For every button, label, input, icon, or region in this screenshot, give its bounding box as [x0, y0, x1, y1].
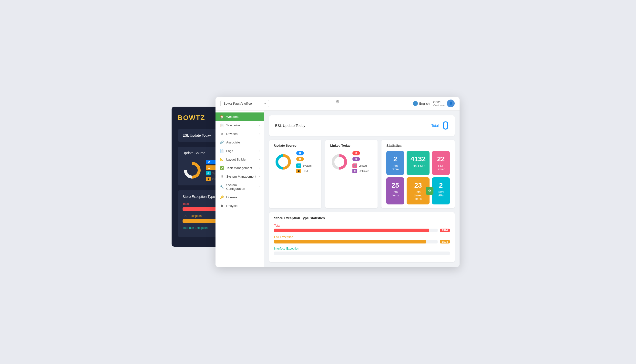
- language-label: English: [419, 102, 430, 106]
- total-store-value: 2: [390, 155, 400, 163]
- sidebar-label-devices: Devices: [226, 132, 237, 136]
- total-linked-items-label: Total Linked Items: [410, 190, 426, 200]
- bar-total: Total 1524: [274, 224, 450, 232]
- chevron-right-icon: ›: [259, 158, 260, 161]
- store-name: Bowtz Paula's office: [224, 102, 252, 106]
- associate-icon: 🔗: [220, 140, 224, 144]
- linked-count-badge: 0: [352, 151, 360, 156]
- esl-today-right: Total 0: [431, 120, 449, 132]
- gear-button[interactable]: ⚙: [426, 187, 433, 195]
- esl-linked-label: ESL Linked: [436, 164, 446, 171]
- store-selector[interactable]: Bowtz Paula's office ▾: [220, 100, 269, 107]
- stat-total-aps[interactable]: 2 Total APs: [432, 177, 450, 205]
- top-bar-right: English C001 Customer 👤: [413, 100, 455, 107]
- main-layout: 🏠 Welcome 📋 Scenarios › 🖥 Devices › 🔗 As…: [216, 110, 459, 267]
- total-esls-label: Total ESLs: [410, 164, 426, 168]
- recycle-icon: 🗑: [220, 204, 224, 208]
- bar-esl-label: ESL Exception: [274, 236, 450, 239]
- sidebar-item-logs[interactable]: 📄 Logs ›: [216, 146, 264, 155]
- sidebar-item-welcome[interactable]: 🏠 Welcome: [216, 112, 264, 121]
- sidebar-label-system-configuration: System Configuration: [226, 183, 257, 190]
- home-icon: 🏠: [220, 115, 224, 118]
- sidebar: 🏠 Welcome 📋 Scenarios › 🖥 Devices › 🔗 As…: [216, 110, 264, 267]
- settings-icon-top[interactable]: ⚙: [335, 99, 340, 105]
- layout-icon: 📐: [220, 158, 224, 161]
- linked-today-donut: [330, 153, 348, 171]
- esl-today-card: ESL Update Today Total 0: [269, 116, 455, 136]
- top-bar: ⚙ Bowtz Paula's office ▾ English C001 Cu…: [216, 97, 459, 110]
- sidebar-item-scenarios[interactable]: 📋 Scenarios ›: [216, 121, 264, 130]
- stat-esl-linked[interactable]: 22 ESL Linked: [432, 151, 450, 175]
- bar-esl-exception: ESL Exception 1524: [274, 236, 450, 244]
- avatar[interactable]: 👤: [447, 100, 455, 107]
- language-selector[interactable]: English: [413, 101, 430, 106]
- bar-interface-exception: Interface Exception: [274, 247, 450, 255]
- stat-total-store[interactable]: 2 Total Store: [386, 151, 404, 175]
- user-info: C001 Customer 👤: [433, 100, 455, 107]
- unlinked-count-badge: 0: [352, 157, 360, 161]
- sidebar-item-layout-builder[interactable]: 📐 Layout Builder ›: [216, 155, 264, 164]
- exception-title: Store Exception Type Statistics: [274, 216, 450, 220]
- chevron-right-icon: ›: [259, 124, 260, 126]
- unlinked-icon-box: ⛓: [352, 169, 357, 173]
- statistics-grid: 2 Total Store 4132 Total ESLs 22 ESL Lin…: [386, 151, 450, 204]
- linked-today-card: Linked Today 0 0: [325, 140, 378, 208]
- update-source-content: 0 0 ⚙ System 📱: [274, 151, 317, 173]
- exception-section: Store Exception Type Statistics Total 15…: [269, 212, 455, 262]
- bar-interface-label: Interface Exception: [274, 247, 450, 250]
- dark-donut-chart: [183, 160, 202, 180]
- config-icon: 🔧: [220, 185, 224, 188]
- stat-total-items[interactable]: 25 Total Items: [386, 177, 404, 205]
- total-aps-value: 2: [436, 181, 446, 190]
- flag-icon: [413, 101, 418, 106]
- unlinked-label-row: ⛓ Unlinked: [352, 169, 369, 173]
- esl-total-label: Total: [431, 124, 439, 128]
- logs-icon: 📄: [220, 149, 224, 153]
- system-label-row: ⚙ System: [296, 164, 312, 168]
- sidebar-label-task-management: Task Management: [226, 166, 252, 170]
- system-mgmt-icon: ⚙: [220, 175, 224, 178]
- main-window: ⚙ Bowtz Paula's office ▾ English C001 Cu…: [216, 97, 459, 267]
- bar-esl-value: 1524: [440, 240, 450, 244]
- sidebar-item-task-management[interactable]: ✅ Task Management ›: [216, 164, 264, 172]
- chevron-right-icon: ›: [259, 132, 260, 135]
- linked-label-row: 🔗 Linked: [352, 164, 369, 168]
- total-aps-label: Total APs: [436, 190, 446, 197]
- main-content: ESL Update Today Total 0 Update Source: [264, 110, 459, 267]
- chevron-right-icon: ›: [259, 167, 260, 169]
- sidebar-item-system-configuration[interactable]: 🔧 System Configuration ›: [216, 181, 264, 193]
- sidebar-item-associate[interactable]: 🔗 Associate: [216, 138, 264, 146]
- sidebar-label-recycle: Recycle: [226, 204, 237, 208]
- sidebar-label-logs: Logs: [226, 149, 233, 153]
- sidebar-item-devices[interactable]: 🖥 Devices ›: [216, 130, 264, 138]
- dark-pda-icon: 📱: [206, 177, 211, 181]
- update-source-donut: [274, 153, 292, 171]
- total-items-value: 25: [390, 181, 400, 190]
- update-source-card: Update Source 0: [269, 140, 321, 208]
- system-count-badge: 0: [296, 151, 304, 156]
- sidebar-item-system-management[interactable]: ⚙ System Management ›: [216, 172, 264, 181]
- total-items-label: Total Items: [390, 190, 400, 197]
- pda-count-badge: 0: [296, 157, 304, 161]
- statistics-title: Statistics: [386, 144, 450, 148]
- sidebar-label-license: License: [226, 196, 237, 199]
- linked-today-title: Linked Today: [330, 144, 373, 147]
- update-source-legend: 0 0 ⚙ System 📱: [296, 151, 312, 173]
- bar-total-label: Total: [274, 224, 450, 228]
- esl-today-label: ESL Update Today: [275, 124, 305, 128]
- sidebar-item-recycle[interactable]: 🗑 Recycle: [216, 202, 264, 210]
- linked-today-content: 0 0 🔗 Linked ⛓: [330, 151, 373, 173]
- update-source-title: Update Source: [274, 144, 317, 147]
- stat-total-linked-items[interactable]: 23 Total Linked Items ⚙: [407, 177, 429, 205]
- task-icon: ✅: [220, 166, 224, 170]
- sidebar-item-license[interactable]: 🔑 License: [216, 193, 264, 202]
- esl-linked-value: 22: [436, 155, 446, 163]
- total-esls-value: 4132: [410, 155, 426, 163]
- chevron-right-icon: ›: [259, 150, 260, 152]
- scenarios-icon: 📋: [220, 124, 224, 127]
- chevron-right-icon: ›: [259, 175, 260, 178]
- esl-today-value: 0: [442, 120, 449, 132]
- bar-total-value: 1524: [440, 228, 450, 232]
- stat-total-esls[interactable]: 4132 Total ESLs: [407, 151, 429, 175]
- user-id: C001 Customer: [433, 100, 445, 107]
